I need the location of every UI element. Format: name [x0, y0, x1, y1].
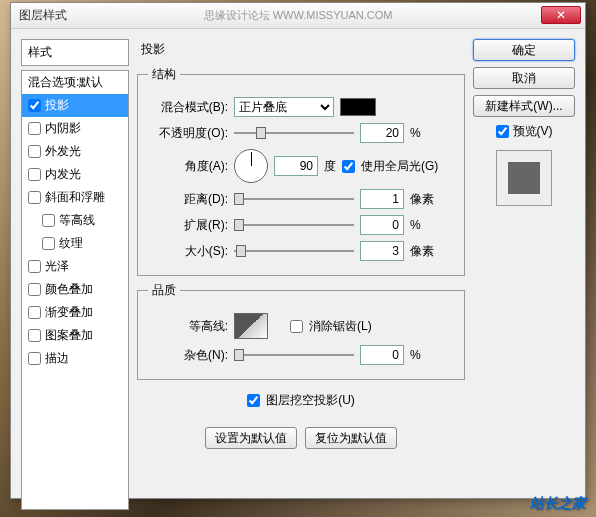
knockout-label: 图层挖空投影(U) — [266, 392, 355, 409]
global-light-checkbox[interactable] — [342, 160, 355, 173]
size-slider[interactable] — [234, 242, 354, 260]
style-check-texture[interactable] — [42, 237, 55, 250]
noise-label: 杂色(N): — [148, 347, 228, 364]
opacity-label: 不透明度(O): — [148, 125, 228, 142]
spread-slider[interactable] — [234, 216, 354, 234]
quality-group: 品质 等高线: 消除锯齿(L) 杂色(N): % — [137, 282, 465, 380]
distance-unit: 像素 — [410, 191, 434, 208]
style-item-stroke[interactable]: 描边 — [22, 347, 128, 370]
opacity-slider[interactable] — [234, 124, 354, 142]
preview-checkbox[interactable] — [496, 125, 509, 138]
section-title: 投影 — [137, 39, 465, 60]
opacity-input[interactable] — [360, 123, 404, 143]
contour-label: 等高线: — [148, 318, 228, 335]
opacity-unit: % — [410, 126, 421, 140]
distance-label: 距离(D): — [148, 191, 228, 208]
angle-unit: 度 — [324, 158, 336, 175]
style-check-contour[interactable] — [42, 214, 55, 227]
titlebar[interactable]: 图层样式 思缘设计论坛 WWW.MISSYUAN.COM ✕ — [11, 3, 585, 29]
make-default-button[interactable]: 设置为默认值 — [205, 427, 297, 449]
style-item-inner-shadow[interactable]: 内阴影 — [22, 117, 128, 140]
style-check-bevel[interactable] — [28, 191, 41, 204]
ok-button[interactable]: 确定 — [473, 39, 575, 61]
style-item-drop-shadow[interactable]: 投影 — [22, 94, 128, 117]
style-check-stroke[interactable] — [28, 352, 41, 365]
blend-mode-label: 混合模式(B): — [148, 99, 228, 116]
style-item-contour[interactable]: 等高线 — [22, 209, 128, 232]
knockout-checkbox[interactable] — [247, 394, 260, 407]
structure-legend: 结构 — [148, 66, 180, 83]
style-item-blend-options[interactable]: 混合选项:默认 — [22, 71, 128, 94]
style-item-satin[interactable]: 光泽 — [22, 255, 128, 278]
style-check-inner-shadow[interactable] — [28, 122, 41, 135]
antialias-label: 消除锯齿(L) — [309, 318, 372, 335]
new-style-button[interactable]: 新建样式(W)... — [473, 95, 575, 117]
global-light-label: 使用全局光(G) — [361, 158, 438, 175]
spread-label: 扩展(R): — [148, 217, 228, 234]
cancel-button[interactable]: 取消 — [473, 67, 575, 89]
style-check-outer-glow[interactable] — [28, 145, 41, 158]
style-item-texture[interactable]: 纹理 — [22, 232, 128, 255]
close-button[interactable]: ✕ — [541, 6, 581, 24]
style-check-color-overlay[interactable] — [28, 283, 41, 296]
size-unit: 像素 — [410, 243, 434, 260]
size-input[interactable] — [360, 241, 404, 261]
style-check-inner-glow[interactable] — [28, 168, 41, 181]
style-item-outer-glow[interactable]: 外发光 — [22, 140, 128, 163]
style-check-satin[interactable] — [28, 260, 41, 273]
noise-input[interactable] — [360, 345, 404, 365]
shadow-color-swatch[interactable] — [340, 98, 376, 116]
angle-dial[interactable] — [234, 149, 268, 183]
angle-input[interactable] — [274, 156, 318, 176]
layer-style-dialog: 图层样式 思缘设计论坛 WWW.MISSYUAN.COM ✕ 样式 混合选项:默… — [10, 2, 586, 499]
footer-logo: 站长之家 — [530, 495, 586, 513]
style-check-pattern-overlay[interactable] — [28, 329, 41, 342]
style-item-color-overlay[interactable]: 颜色叠加 — [22, 278, 128, 301]
distance-slider[interactable] — [234, 190, 354, 208]
dialog-title: 图层样式 — [15, 7, 67, 24]
structure-group: 结构 混合模式(B): 正片叠底 不透明度(O): % 角度(A): 度 — [137, 66, 465, 276]
spread-input[interactable] — [360, 215, 404, 235]
distance-input[interactable] — [360, 189, 404, 209]
blend-mode-select[interactable]: 正片叠底 — [234, 97, 334, 117]
style-item-inner-glow[interactable]: 内发光 — [22, 163, 128, 186]
style-item-bevel[interactable]: 斜面和浮雕 — [22, 186, 128, 209]
preview-thumbnail — [496, 150, 552, 206]
angle-label: 角度(A): — [148, 158, 228, 175]
watermark-text: 思缘设计论坛 WWW.MISSYUAN.COM — [204, 8, 393, 23]
sidebar-header: 样式 — [21, 39, 129, 66]
style-check-drop-shadow[interactable] — [28, 99, 41, 112]
main-panel: 投影 结构 混合模式(B): 正片叠底 不透明度(O): % 角度(A): — [137, 39, 465, 488]
reset-default-button[interactable]: 复位为默认值 — [305, 427, 397, 449]
noise-unit: % — [410, 348, 421, 362]
style-item-pattern-overlay[interactable]: 图案叠加 — [22, 324, 128, 347]
spread-unit: % — [410, 218, 421, 232]
styles-sidebar: 样式 混合选项:默认 投影 内阴影 外发光 内发光 斜面和浮雕 等高线 纹理 光… — [21, 39, 129, 488]
antialias-checkbox[interactable] — [290, 320, 303, 333]
quality-legend: 品质 — [148, 282, 180, 299]
style-check-gradient-overlay[interactable] — [28, 306, 41, 319]
right-panel: 确定 取消 新建样式(W)... 预览(V) — [473, 39, 575, 488]
size-label: 大小(S): — [148, 243, 228, 260]
noise-slider[interactable] — [234, 346, 354, 364]
style-item-gradient-overlay[interactable]: 渐变叠加 — [22, 301, 128, 324]
style-list: 混合选项:默认 投影 内阴影 外发光 内发光 斜面和浮雕 等高线 纹理 光泽 颜… — [21, 70, 129, 510]
preview-label: 预览(V) — [513, 123, 553, 140]
contour-picker[interactable] — [234, 313, 268, 339]
